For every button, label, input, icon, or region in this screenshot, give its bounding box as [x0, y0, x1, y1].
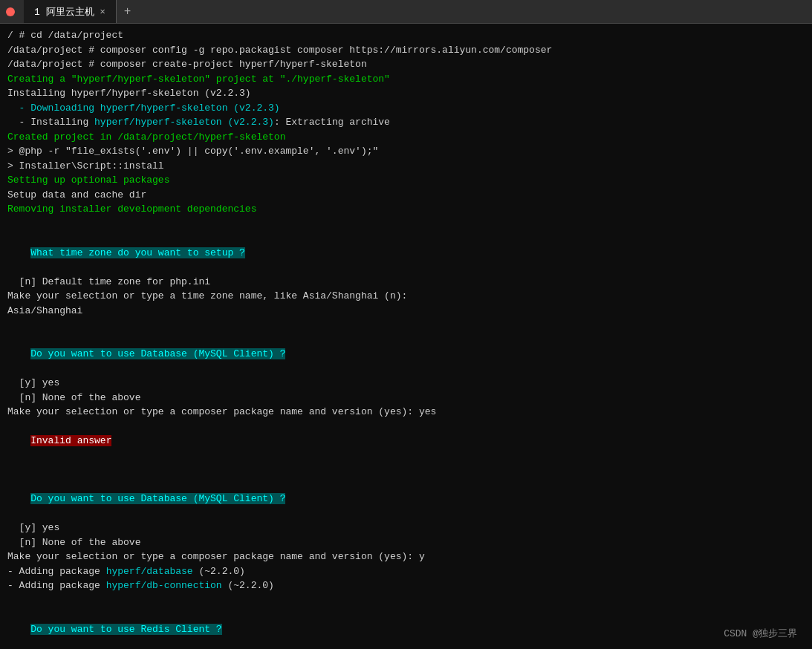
line-adding-database: - Adding package hyperf/database (~2.2.0… — [7, 564, 805, 579]
line-mysql2-yes: [y] yes — [7, 521, 805, 535]
active-tab[interactable]: 1 阿里云主机 ✕ — [24, 0, 117, 23]
line-extracting: - Installing hyperf/hyperf-skeleton (v2.… — [7, 115, 805, 130]
csdn-watermark: CSDN @独步三界 — [724, 627, 797, 640]
line-mysql2-none: [n] None of the above — [7, 535, 805, 550]
line-default-timezone: [n] Default time zone for php.ini — [7, 275, 805, 290]
tab-label: 1 阿里云主机 — [34, 5, 94, 19]
line-blank4 — [7, 593, 805, 608]
line-blank1 — [7, 217, 805, 232]
line-make-selection-tz: Make your selection or type a time zone … — [7, 289, 805, 304]
line-installer: > Installer\Script::install — [7, 159, 805, 174]
question-timezone: What time zone do you want to setup ? — [7, 231, 805, 275]
line-mysql1-yes: [y] yes — [7, 376, 805, 391]
line-php-r: > @php -r "file_exists('.env') || copy('… — [7, 144, 805, 159]
line-composer-config: /data/project # composer config -g repo.… — [7, 43, 805, 58]
line-invalid: Invalid answer — [7, 420, 805, 463]
question-mysql1: Do you want to use Database (MySQL Clien… — [7, 333, 805, 376]
line-asia-shanghai: Asia/Shanghai — [7, 304, 805, 319]
line-selection-mysql1: Make your selection or type a composer p… — [7, 405, 805, 420]
line-created: Created project in /data/project/hyperf-… — [7, 130, 805, 145]
line-cd: / # cd /data/project — [7, 28, 805, 43]
line-adding-db-connection: - Adding package hyperf/db-connection (~… — [7, 578, 805, 593]
question-redis: Do you want to use Redis Client ? — [7, 607, 805, 649]
line-mysql1-none: [n] None of the above — [7, 391, 805, 405]
line-composer-create: /data/project # composer create-project … — [7, 57, 805, 72]
tab-add-button[interactable]: + — [117, 5, 139, 19]
line-blank3 — [7, 463, 805, 477]
line-selection-mysql2: Make your selection or type a composer p… — [7, 549, 805, 564]
terminal[interactable]: / # cd /data/project /data/project # com… — [0, 24, 812, 649]
line-removing: Removing installer development dependenc… — [7, 202, 805, 217]
line-blank2 — [7, 318, 805, 333]
question-mysql2: Do you want to use Database (MySQL Clien… — [7, 477, 805, 521]
line-downloading: - Downloading hyperf/hyperf-skeleton (v2… — [7, 101, 805, 116]
line-installing: Installing hyperf/hyperf-skeleton (v2.2.… — [7, 86, 805, 101]
line-creating: Creating a "hyperf/hyperf-skeleton" proj… — [7, 72, 805, 87]
tab-close-icon[interactable]: ✕ — [100, 6, 105, 17]
dot-red — [6, 7, 15, 16]
title-bar: 1 阿里云主机 ✕ + — [0, 0, 812, 24]
line-setup-optional: Setting up optional packages — [7, 173, 805, 188]
line-setup-data: Setup data and cache dir — [7, 188, 805, 203]
